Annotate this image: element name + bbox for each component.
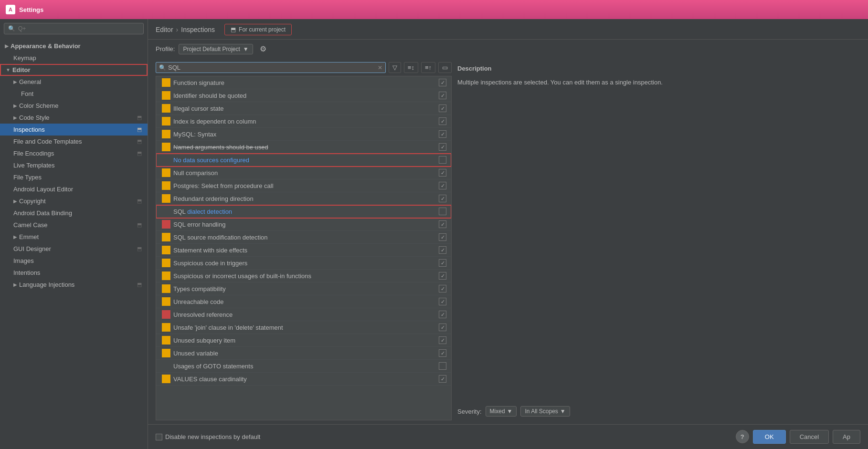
inspection-name: SQL error handling — [173, 221, 439, 228]
scope-value: In All Scopes — [525, 408, 558, 415]
inspection-checkbox[interactable] — [439, 272, 446, 280]
gear-button[interactable]: ⚙ — [257, 43, 269, 54]
table-row[interactable]: Null comparison — [156, 167, 451, 179]
table-row[interactable]: Index is dependent on column — [156, 115, 451, 128]
apply-button[interactable]: Ap — [833, 430, 860, 444]
table-row[interactable]: Postgres: Select from procedure call — [156, 179, 451, 192]
inspection-checkbox[interactable] — [439, 143, 446, 151]
table-row[interactable]: VALUES clause cardinality — [156, 373, 451, 386]
inspection-checkbox[interactable] — [439, 169, 446, 177]
inspection-checkbox[interactable] — [439, 79, 446, 86]
ok-button[interactable]: OK — [753, 430, 786, 444]
sidebar-item-fileencodings[interactable]: File Encodings ⬒ — [0, 147, 148, 159]
inspection-checkbox[interactable] — [439, 349, 446, 357]
inspection-checkbox[interactable] — [439, 117, 446, 125]
table-row[interactable]: Statement with side effects — [156, 244, 451, 257]
inspection-checkbox[interactable] — [439, 195, 446, 202]
inspection-checkbox[interactable] — [439, 233, 446, 241]
collapse-all-button[interactable]: ≡↑ — [421, 62, 435, 73]
table-row[interactable]: MySQL: Syntax — [156, 128, 451, 141]
sidebar-item-filetypes[interactable]: File Types — [0, 171, 148, 183]
sidebar-item-label: Keymap — [13, 54, 36, 62]
table-row[interactable]: Illegal cursor state — [156, 102, 451, 115]
table-row[interactable]: No data sources configured — [156, 154, 451, 167]
inspection-name: SQL dialect detection — [173, 208, 439, 215]
sidebar-search-input[interactable] — [18, 25, 139, 32]
sidebar-item-guidesigner[interactable]: GUI Designer ⬒ — [0, 243, 148, 255]
table-row[interactable]: Named arguments should be used — [156, 141, 451, 154]
sidebar-item-emmet[interactable]: ▶ Emmet — [0, 231, 148, 243]
sidebar-item-languageinjections[interactable]: ▶ Language Injections ⬒ — [0, 279, 148, 291]
table-row[interactable]: Unresolved reference — [156, 308, 451, 321]
expand-all-button[interactable]: ≡↕ — [404, 62, 418, 73]
table-row[interactable]: Function signature — [156, 76, 451, 89]
sidebar-item-appearance[interactable]: ▶ Appearance & Behavior — [0, 40, 148, 52]
right-panel: Editor › Inspections ⬒ For current proje… — [148, 19, 868, 449]
table-row[interactable]: SQL source modification detection — [156, 231, 451, 244]
sidebar-item-images[interactable]: Images — [0, 255, 148, 267]
sidebar-item-editor[interactable]: ▼ Editor — [0, 64, 148, 76]
chevron-right-icon: ▶ — [13, 282, 17, 287]
inspection-checkbox[interactable] — [439, 298, 446, 305]
inspection-checkbox[interactable] — [439, 156, 446, 164]
table-row[interactable]: SQL dialect detection — [156, 205, 451, 218]
filter-button[interactable]: ▽ — [389, 62, 401, 73]
sidebar-item-inspections[interactable]: Inspections ⬒ — [0, 124, 148, 136]
inspection-checkbox[interactable] — [439, 104, 446, 112]
table-row[interactable]: Usages of GOTO statements — [156, 360, 451, 373]
severity-indicator — [162, 375, 170, 383]
sidebar-item-camelcase[interactable]: Camel Case ⬒ — [0, 219, 148, 231]
profile-select[interactable]: Project Default Project ▼ — [179, 44, 253, 54]
inspection-checkbox[interactable] — [439, 182, 446, 189]
sidebar-item-androiddatabinding[interactable]: Android Data Binding — [0, 207, 148, 219]
table-row[interactable]: Unsafe 'join' clause in 'delete' stateme… — [156, 321, 451, 334]
inspection-checkbox[interactable] — [439, 324, 446, 331]
inspection-checkbox[interactable] — [439, 311, 446, 318]
sidebar-item-filecodetemplates[interactable]: File and Code Templates ⬒ — [0, 136, 148, 147]
inspection-checkbox[interactable] — [439, 336, 446, 344]
for-current-project-button[interactable]: ⬒ For current project — [224, 24, 292, 35]
table-row[interactable]: SQL error handling — [156, 218, 451, 231]
sidebar-item-general[interactable]: ▶ General — [0, 76, 148, 88]
sidebar-search-box[interactable]: 🔍 — [4, 23, 144, 34]
inspection-name: Named arguments should be used — [173, 144, 439, 151]
table-row[interactable]: Identifier should be quoted — [156, 89, 451, 102]
sidebar-item-codestyle[interactable]: ▶ Code Style ⬒ — [0, 112, 148, 124]
inspection-search-input[interactable] — [168, 64, 378, 71]
disable-new-inspections-checkbox[interactable] — [156, 434, 162, 440]
sidebar-item-androidlayouteditor[interactable]: Android Layout Editor — [0, 183, 148, 195]
table-row[interactable]: Redundant ordering direction — [156, 192, 451, 205]
cancel-button[interactable]: Cancel — [790, 430, 829, 444]
inspection-checkbox[interactable] — [439, 285, 446, 292]
table-row[interactable]: Types compatibility — [156, 282, 451, 295]
severity-indicator — [162, 284, 170, 293]
table-row[interactable]: Suspicious or incorrect usages of built-… — [156, 270, 451, 282]
table-row[interactable]: Unused subquery item — [156, 334, 451, 347]
inspection-checkbox[interactable] — [439, 220, 446, 228]
sidebar-item-font[interactable]: Font — [0, 88, 148, 100]
page-icon: ⬒ — [137, 126, 142, 133]
sidebar-item-copyright[interactable]: ▶ Copyright ⬒ — [0, 195, 148, 207]
sidebar-item-livetemplates[interactable]: Live Templates — [0, 159, 148, 171]
clear-search-icon[interactable]: ✕ — [378, 64, 382, 71]
more-options-button[interactable]: ▭ — [438, 62, 452, 73]
severity-select[interactable]: Mixed ▼ — [486, 406, 517, 417]
severity-indicator — [162, 168, 170, 177]
window-title: Settings — [19, 6, 43, 13]
sidebar-item-colorscheme[interactable]: ▶ Color Scheme — [0, 100, 148, 112]
inspection-checkbox[interactable] — [439, 92, 446, 99]
inspection-checkbox[interactable] — [439, 208, 446, 215]
inspection-checkbox[interactable] — [439, 259, 446, 267]
inspection-checkbox[interactable] — [439, 362, 446, 370]
inspection-search-box[interactable]: 🔍 ✕ — [156, 62, 386, 73]
help-button[interactable]: ? — [736, 430, 749, 443]
inspection-checkbox[interactable] — [439, 375, 446, 383]
scope-select[interactable]: In All Scopes ▼ — [520, 406, 570, 417]
table-row[interactable]: Suspicious code in triggers — [156, 257, 451, 270]
table-row[interactable]: Unreachable code — [156, 295, 451, 308]
inspection-checkbox[interactable] — [439, 130, 446, 138]
sidebar-item-intentions[interactable]: Intentions — [0, 267, 148, 279]
sidebar-item-keymap[interactable]: Keymap — [0, 52, 148, 64]
inspection-checkbox[interactable] — [439, 246, 446, 254]
table-row[interactable]: Unused variable — [156, 347, 451, 360]
